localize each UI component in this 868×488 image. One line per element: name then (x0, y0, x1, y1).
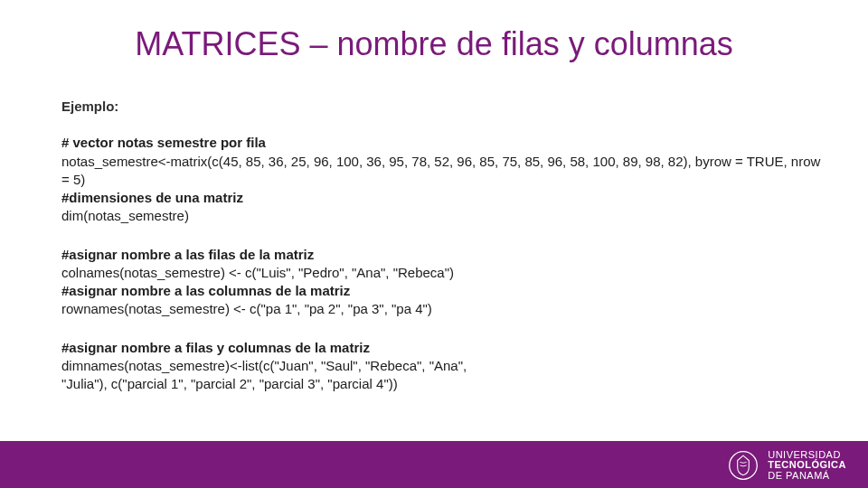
example-label: Ejemplo: (61, 98, 832, 116)
university-logo: UNIVERSIDAD TECNOLÓGICA DE PANAMÁ (726, 448, 846, 483)
footer-bar: UNIVERSIDAD TECNOLÓGICA DE PANAMÁ (0, 441, 868, 488)
logo-line-3: DE PANAMÁ (768, 471, 846, 482)
code-line: colnames(notas_semestre) <- c("Luis", "P… (61, 264, 832, 282)
slide-title: MATRICES – nombre de filas y columnas (0, 25, 868, 63)
content-area: Ejemplo: # vector notas semestre por fil… (61, 98, 832, 413)
code-block-1: # vector notas semestre por fila notas_s… (61, 134, 832, 225)
code-line: rownames(notas_semestre) <- c("pa 1", "p… (61, 300, 832, 318)
code-line: dimnames(notas_semestre)<-list(c("Juan",… (61, 357, 832, 375)
slide: MATRICES – nombre de filas y columnas Ej… (0, 0, 868, 488)
comment-line: #asignar nombre a las filas de la matriz (61, 246, 832, 264)
logo-icon (726, 448, 760, 483)
code-block-3: #asignar nombre a filas y columnas de la… (61, 339, 832, 394)
code-block-2: #asignar nombre a las filas de la matriz… (61, 246, 832, 319)
comment-line: #asignar nombre a las columnas de la mat… (61, 282, 832, 300)
comment-line: #dimensiones de una matriz (61, 189, 832, 207)
code-line: dim(notas_semestre) (61, 207, 832, 225)
code-line: "Julia"), c("parcial 1", "parcial 2", "p… (61, 375, 832, 393)
comment-line: # vector notas semestre por fila (61, 134, 832, 152)
logo-text: UNIVERSIDAD TECNOLÓGICA DE PANAMÁ (768, 450, 846, 482)
comment-line: #asignar nombre a filas y columnas de la… (61, 339, 832, 357)
code-line: notas_semestre<-matrix(c(45, 85, 36, 25,… (61, 153, 832, 190)
